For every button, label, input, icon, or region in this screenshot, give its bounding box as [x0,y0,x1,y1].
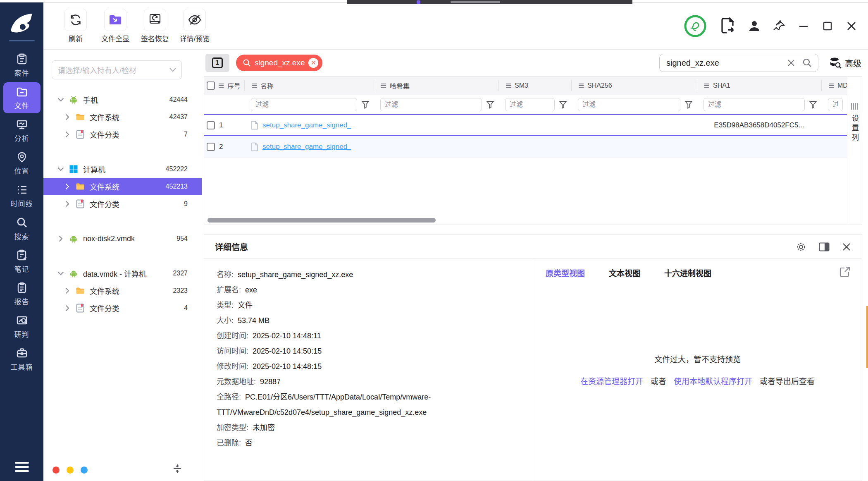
filter-input-name[interactable] [251,98,357,111]
search-input[interactable] [666,58,787,68]
chevron-right-icon[interactable] [57,235,64,242]
panel-split-handle-icon[interactable] [172,464,182,474]
table-row[interactable]: 1 setup_share_game_signed_ E35D98AB3658D… [204,114,847,136]
funnel-icon[interactable] [809,101,817,109]
sidebar-item-judge[interactable]: 研判 [3,311,41,342]
tree-node-filesystem[interactable]: 文件系统 42437 [43,108,202,126]
column-header[interactable]: SHA256 [587,82,612,89]
column-menu-icon [218,83,224,88]
refresh-button[interactable]: 刷新 [56,9,95,43]
sidebar-item-toolbox[interactable]: 工具箱 [3,344,41,375]
tab-text-view[interactable]: 文本视图 [609,267,640,278]
signature-recovery-button[interactable]: 签名恢复 [135,9,175,43]
sidebar-item-report[interactable]: 报告 [3,278,41,309]
tree-node-count: 42444 [169,96,188,103]
blue-dot[interactable] [81,467,88,474]
tree-node-fileclass[interactable]: 文件分类 4 [43,299,202,317]
maximize-button[interactable] [822,20,833,32]
sidebar-item-file[interactable]: 文件 [3,82,41,113]
funnel-icon[interactable] [684,101,693,109]
tab-original-view[interactable]: 原类型视图 [546,267,585,278]
tree-node-filesystem-selected[interactable]: 文件系统 452213 [43,178,202,195]
tab-hex-view[interactable]: 十六进制视图 [664,267,711,278]
advanced-search-button[interactable]: 高级 [829,57,861,69]
tree-node-fileclass[interactable]: 文件分类 9 [43,195,202,213]
clear-search-icon[interactable] [787,58,796,67]
tree-node-phone[interactable]: 手机 42444 [43,91,202,108]
column-header[interactable]: 名称 [260,81,274,91]
chevron-expanded-icon[interactable] [57,98,64,102]
chevron-expanded-icon[interactable] [57,167,64,171]
column-header[interactable]: 序号 [227,81,241,91]
row-checkbox[interactable] [207,143,215,151]
notification-bell-icon[interactable] [684,14,707,38]
sidebar-item-search[interactable]: 搜索 [3,213,41,244]
chevron-right-icon[interactable] [64,131,71,138]
tree-node-computer[interactable]: 计算机 452222 [43,160,202,178]
column-header[interactable]: SM3 [515,82,528,89]
sidebar-item-analysis[interactable]: 分析 [3,115,41,146]
minimize-button[interactable] [798,20,809,32]
tree-node-data-vmdk[interactable]: data.vmdk - 计算机 2327 [43,265,202,282]
chevron-right-icon[interactable] [64,305,71,311]
open-external-icon[interactable] [839,266,850,277]
filter-input-sha1[interactable] [703,98,805,111]
sidebar-item-timeline[interactable]: 时间线 [3,180,41,211]
tree-node-label: 文件分类 [90,129,119,140]
funnel-icon[interactable] [486,101,494,109]
split-view-icon[interactable] [819,242,830,251]
pin-icon[interactable] [773,20,785,32]
file-name-link[interactable]: setup_share_game_signed_ [262,143,351,151]
user-icon[interactable] [748,20,761,32]
filter-input-sha256[interactable] [578,98,680,111]
funnel-icon[interactable] [559,101,567,109]
toolbar-button-label: 详情/预览 [180,33,210,43]
red-dot[interactable] [52,467,60,474]
sidebar-item-case[interactable]: 案件 [3,50,41,81]
column-settings-strip[interactable]: 设置列 [847,77,862,225]
search-filter-tag[interactable]: signed_xz.exe ✕ [236,55,322,71]
select-all-checkbox[interactable] [207,81,215,90]
chevron-right-icon[interactable] [64,114,71,120]
detail-preview-toggle-button[interactable]: 详情/预览 [175,9,215,43]
sidebar-item-location[interactable]: 位置 [3,148,41,179]
result-tab-1[interactable]: 1 [205,54,229,72]
funnel-icon[interactable] [361,101,370,109]
column-header[interactable]: MD5 [837,82,847,89]
yellow-dot[interactable] [67,467,74,474]
tag-close-icon[interactable]: ✕ [308,58,318,68]
chevron-expanded-icon[interactable] [57,271,64,275]
open-with-default-link[interactable]: 使用本地默认程序打开 [674,375,752,386]
chevron-right-icon[interactable] [64,287,71,294]
show-all-files-button[interactable]: 文件全显 [95,9,135,43]
results-table: 序号 名称 哈希集 SM3 SHA256 SHA1 MD5 [204,76,862,225]
search-submit-icon[interactable] [802,58,812,68]
row-number: 2 [219,143,223,151]
filter-input-md5[interactable] [828,98,843,111]
file-name-link[interactable]: setup_share_game_signed_ [262,121,351,129]
column-header[interactable]: 哈希集 [390,81,410,91]
tree-node-nox-disk[interactable]: nox-disk2.vmdk 954 [43,230,202,247]
menu-hamburger-icon[interactable] [15,462,29,472]
owner-select-dropdown[interactable]: 请选择/输入持有人/检材 [52,60,182,79]
top-toolbar: 刷新 文件全显 [43,2,868,50]
column-header[interactable]: SHA1 [713,82,730,89]
sidebar-item-notes[interactable]: 笔记 [3,246,41,277]
sidebar-item-label: 笔记 [14,263,29,274]
chevron-right-icon[interactable] [64,183,71,190]
filter-input-hashset[interactable] [380,98,482,111]
horizontal-scrollbar[interactable] [207,218,436,223]
eye-off-icon [187,12,202,27]
settings-gear-icon[interactable] [796,242,806,252]
close-button[interactable] [846,20,857,32]
chevron-right-icon[interactable] [64,201,71,207]
open-in-explorer-link[interactable]: 在资源管理器打开 [580,375,643,386]
tree-node-filesystem[interactable]: 文件系统 2323 [43,282,202,299]
tree-node-fileclass[interactable]: 文件分类 7 [43,126,202,143]
close-details-icon[interactable] [842,242,851,251]
filter-input-sm3[interactable] [505,98,555,111]
export-icon[interactable] [719,17,736,35]
row-checkbox[interactable] [207,121,215,129]
table-row[interactable]: 2 setup_share_game_signed_ [204,136,847,158]
tree-node-label: 计算机 [83,164,105,175]
